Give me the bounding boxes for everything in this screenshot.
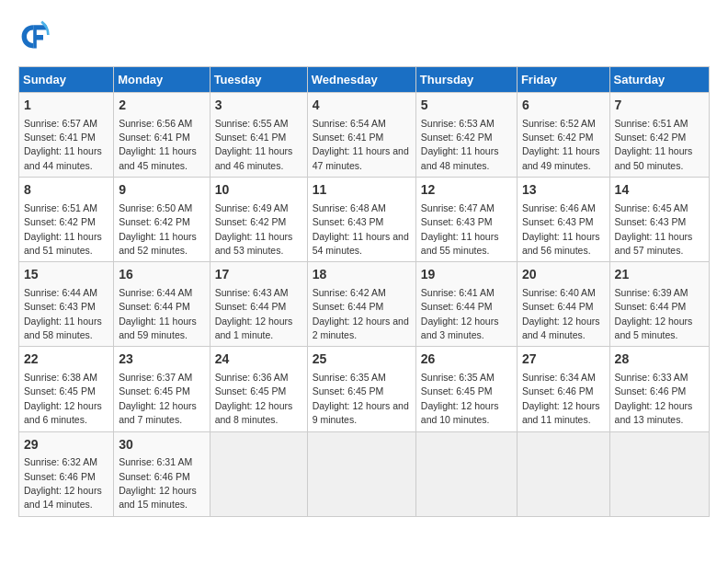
day-info: Sunrise: 6:50 AMSunset: 6:42 PMDaylight:… <box>119 202 197 256</box>
day-info: Sunrise: 6:47 AMSunset: 6:43 PMDaylight:… <box>421 202 499 256</box>
calendar-cell: 8Sunrise: 6:51 AMSunset: 6:42 PMDaylight… <box>19 178 114 262</box>
day-number: 13 <box>522 181 605 200</box>
calendar-cell: 20Sunrise: 6:40 AMSunset: 6:44 PMDayligh… <box>517 262 609 347</box>
calendar-cell: 30Sunrise: 6:31 AMSunset: 6:46 PMDayligh… <box>114 431 210 516</box>
calendar-cell: 28Sunrise: 6:33 AMSunset: 6:46 PMDayligh… <box>609 347 709 431</box>
calendar-cell: 3Sunrise: 6:55 AMSunset: 6:41 PMDaylight… <box>210 93 307 178</box>
calendar-cell: 1Sunrise: 6:57 AMSunset: 6:41 PMDaylight… <box>19 93 114 178</box>
day-number: 9 <box>119 181 204 200</box>
day-info: Sunrise: 6:49 AMSunset: 6:42 PMDaylight:… <box>215 202 293 256</box>
day-info: Sunrise: 6:51 AMSunset: 6:42 PMDaylight:… <box>615 118 693 171</box>
day-info: Sunrise: 6:44 AMSunset: 6:44 PMDaylight:… <box>119 287 197 340</box>
day-number: 26 <box>421 350 512 369</box>
calendar-cell: 10Sunrise: 6:49 AMSunset: 6:42 PMDayligh… <box>210 178 307 262</box>
calendar-cell <box>415 431 517 516</box>
day-number: 10 <box>215 181 302 200</box>
calendar-cell: 22Sunrise: 6:38 AMSunset: 6:45 PMDayligh… <box>19 347 114 431</box>
calendar-cell: 21Sunrise: 6:39 AMSunset: 6:44 PMDayligh… <box>609 262 709 347</box>
calendar-header-monday: Monday <box>114 67 210 93</box>
calendar-cell: 5Sunrise: 6:53 AMSunset: 6:42 PMDaylight… <box>415 93 517 178</box>
day-info: Sunrise: 6:55 AMSunset: 6:41 PMDaylight:… <box>215 118 293 171</box>
day-info: Sunrise: 6:44 AMSunset: 6:43 PMDaylight:… <box>24 287 102 340</box>
calendar-header-thursday: Thursday <box>415 67 517 93</box>
day-info: Sunrise: 6:35 AMSunset: 6:45 PMDaylight:… <box>313 372 409 425</box>
calendar-header-friday: Friday <box>517 67 609 93</box>
day-info: Sunrise: 6:52 AMSunset: 6:42 PMDaylight:… <box>522 118 600 171</box>
day-info: Sunrise: 6:34 AMSunset: 6:46 PMDaylight:… <box>522 372 600 425</box>
calendar-cell: 13Sunrise: 6:46 AMSunset: 6:43 PMDayligh… <box>517 178 609 262</box>
calendar-cell: 6Sunrise: 6:52 AMSunset: 6:42 PMDaylight… <box>517 93 609 178</box>
calendar-header-wednesday: Wednesday <box>307 67 415 93</box>
calendar-cell: 11Sunrise: 6:48 AMSunset: 6:43 PMDayligh… <box>307 178 415 262</box>
day-info: Sunrise: 6:45 AMSunset: 6:43 PMDaylight:… <box>615 202 693 256</box>
day-number: 22 <box>24 350 108 369</box>
day-number: 2 <box>119 97 204 115</box>
day-number: 21 <box>615 266 704 284</box>
calendar-header-row: SundayMondayTuesdayWednesdayThursdayFrid… <box>19 67 710 93</box>
calendar-cell <box>307 431 415 516</box>
day-number: 20 <box>522 266 605 284</box>
calendar-cell: 29Sunrise: 6:32 AMSunset: 6:46 PMDayligh… <box>19 431 114 516</box>
calendar-cell: 16Sunrise: 6:44 AMSunset: 6:44 PMDayligh… <box>114 262 210 347</box>
logo-icon <box>18 18 51 52</box>
day-number: 6 <box>522 97 605 115</box>
day-number: 24 <box>215 350 302 369</box>
calendar-cell <box>210 431 307 516</box>
calendar-week-row: 29Sunrise: 6:32 AMSunset: 6:46 PMDayligh… <box>19 431 710 516</box>
calendar-header-sunday: Sunday <box>19 67 114 93</box>
day-number: 3 <box>215 97 302 115</box>
calendar-cell: 18Sunrise: 6:42 AMSunset: 6:44 PMDayligh… <box>307 262 415 347</box>
day-number: 8 <box>24 181 108 200</box>
day-number: 12 <box>421 181 512 200</box>
day-number: 16 <box>119 266 204 284</box>
calendar-cell: 17Sunrise: 6:43 AMSunset: 6:44 PMDayligh… <box>210 262 307 347</box>
calendar-cell: 14Sunrise: 6:45 AMSunset: 6:43 PMDayligh… <box>609 178 709 262</box>
day-info: Sunrise: 6:51 AMSunset: 6:42 PMDaylight:… <box>24 202 102 256</box>
day-number: 15 <box>24 266 108 284</box>
day-info: Sunrise: 6:37 AMSunset: 6:45 PMDaylight:… <box>119 372 197 425</box>
calendar-cell: 19Sunrise: 6:41 AMSunset: 6:44 PMDayligh… <box>415 262 517 347</box>
calendar-week-row: 1Sunrise: 6:57 AMSunset: 6:41 PMDaylight… <box>19 93 710 178</box>
calendar-header-saturday: Saturday <box>609 67 709 93</box>
calendar-cell: 12Sunrise: 6:47 AMSunset: 6:43 PMDayligh… <box>415 178 517 262</box>
calendar-cell: 25Sunrise: 6:35 AMSunset: 6:45 PMDayligh… <box>307 347 415 431</box>
day-number: 7 <box>615 97 704 115</box>
day-number: 5 <box>421 97 512 115</box>
day-info: Sunrise: 6:39 AMSunset: 6:44 PMDaylight:… <box>615 287 693 340</box>
day-info: Sunrise: 6:40 AMSunset: 6:44 PMDaylight:… <box>522 287 600 340</box>
calendar-cell: 4Sunrise: 6:54 AMSunset: 6:41 PMDaylight… <box>307 93 415 178</box>
day-info: Sunrise: 6:57 AMSunset: 6:41 PMDaylight:… <box>24 118 102 171</box>
day-number: 23 <box>119 350 204 369</box>
day-info: Sunrise: 6:35 AMSunset: 6:45 PMDaylight:… <box>421 372 499 425</box>
day-info: Sunrise: 6:38 AMSunset: 6:45 PMDaylight:… <box>24 372 102 425</box>
day-number: 18 <box>313 266 411 284</box>
day-info: Sunrise: 6:53 AMSunset: 6:42 PMDaylight:… <box>421 118 499 171</box>
day-info: Sunrise: 6:56 AMSunset: 6:41 PMDaylight:… <box>119 118 197 171</box>
calendar-cell: 9Sunrise: 6:50 AMSunset: 6:42 PMDaylight… <box>114 178 210 262</box>
calendar-cell: 24Sunrise: 6:36 AMSunset: 6:45 PMDayligh… <box>210 347 307 431</box>
day-info: Sunrise: 6:41 AMSunset: 6:44 PMDaylight:… <box>421 287 499 340</box>
logo <box>18 18 55 52</box>
calendar-header-tuesday: Tuesday <box>210 67 307 93</box>
day-info: Sunrise: 6:46 AMSunset: 6:43 PMDaylight:… <box>522 202 600 256</box>
calendar-week-row: 22Sunrise: 6:38 AMSunset: 6:45 PMDayligh… <box>19 347 710 431</box>
calendar-cell: 7Sunrise: 6:51 AMSunset: 6:42 PMDaylight… <box>609 93 709 178</box>
calendar-cell: 15Sunrise: 6:44 AMSunset: 6:43 PMDayligh… <box>19 262 114 347</box>
day-number: 30 <box>119 436 204 454</box>
calendar-cell: 26Sunrise: 6:35 AMSunset: 6:45 PMDayligh… <box>415 347 517 431</box>
day-number: 11 <box>313 181 411 200</box>
calendar-cell: 27Sunrise: 6:34 AMSunset: 6:46 PMDayligh… <box>517 347 609 431</box>
day-number: 1 <box>24 97 108 115</box>
day-info: Sunrise: 6:43 AMSunset: 6:44 PMDaylight:… <box>215 287 293 340</box>
day-number: 27 <box>522 350 605 369</box>
day-number: 14 <box>615 181 704 200</box>
day-info: Sunrise: 6:48 AMSunset: 6:43 PMDaylight:… <box>313 202 409 256</box>
day-number: 25 <box>313 350 411 369</box>
day-number: 4 <box>313 97 411 115</box>
calendar-cell: 2Sunrise: 6:56 AMSunset: 6:41 PMDaylight… <box>114 93 210 178</box>
day-info: Sunrise: 6:31 AMSunset: 6:46 PMDaylight:… <box>119 456 197 510</box>
day-number: 29 <box>24 436 108 454</box>
calendar-week-row: 8Sunrise: 6:51 AMSunset: 6:42 PMDaylight… <box>19 178 710 262</box>
day-info: Sunrise: 6:33 AMSunset: 6:46 PMDaylight:… <box>615 372 693 425</box>
page-header <box>18 18 710 52</box>
